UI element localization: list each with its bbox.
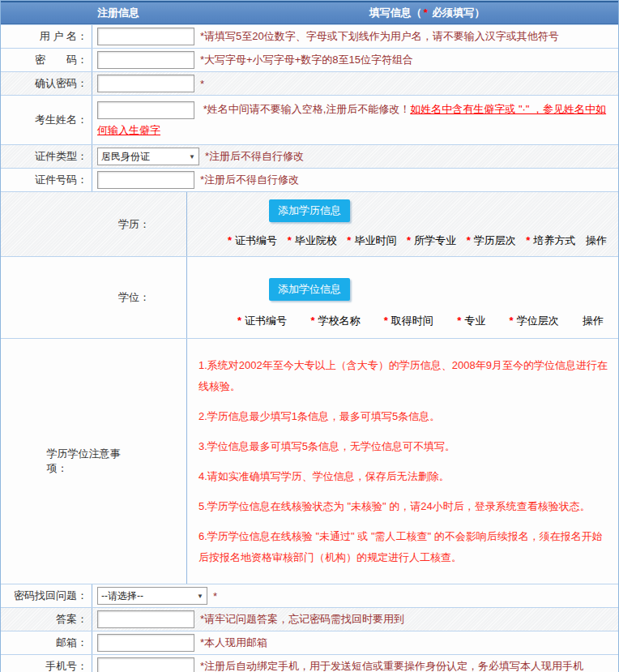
row-confirm-password: 确认密码： * — [1, 71, 618, 95]
column-header-label: 证书编号 — [235, 234, 277, 246]
column-header: *取得时间 — [384, 314, 433, 328]
recovery-question-content: --请选择-- ▼ * — [92, 584, 618, 607]
row-answer: 答案： *请牢记问题答案，忘记密码需找回时要用到 — [1, 607, 618, 631]
column-header: *学位层次 — [510, 314, 559, 328]
phone-label: 手机号： — [1, 655, 92, 672]
row-notes: 学历学位注意事项： 1.系统对2002年至今大专以上（含大专）的学历信息、200… — [1, 338, 618, 584]
username-hint: *请填写5至20位数字、字母或下划线作为用户名，请不要输入汉字或其他符号 — [200, 29, 559, 44]
education-table-header: *证书编号 *毕业院校 *毕业时间 *所学专业 *学历层次 *培养方式 操作 — [187, 222, 618, 256]
note-item: 1.系统对2002年至今大专以上（含大专）的学历信息、2008年9月至今的学位信… — [199, 355, 608, 397]
required-star: * — [424, 6, 428, 19]
note-item: 6.学历学位信息在线核验 "未通过" 或 "需人工核查" 的不会影响后续报名，须… — [199, 526, 608, 568]
confirm-password-hint: * — [200, 78, 204, 90]
column-header: *证书编号 — [237, 314, 287, 328]
phone-input[interactable] — [97, 657, 194, 672]
id-type-content: 居民身份证 ▼ *注册后不得自行修改 — [92, 145, 618, 168]
notes-content: 1.系统对2002年至今大专以上（含大专）的学历信息、2008年9月至今的学位信… — [187, 339, 618, 584]
header-right-post: 必须填写） — [429, 6, 485, 19]
candidate-name-hint: *姓名中间请不要输入空格,注册后不能修改！ — [203, 103, 411, 115]
phone-content: *注册后自动绑定手机，用于发送短信或重要操作身份认定，务必填写本人现用手机 — [92, 655, 618, 672]
id-type-selected-value: 居民身份证 — [101, 150, 150, 164]
id-number-hint: *注册后不得自行修改 — [200, 173, 299, 187]
answer-content: *请牢记问题答案，忘记密码需找回时要用到 — [92, 608, 618, 631]
username-content: *请填写5至20位数字、字母或下划线作为用户名，请不要输入汉字或其他符号 — [92, 25, 618, 48]
password-input[interactable] — [97, 51, 194, 69]
column-header: *毕业时间 — [347, 233, 396, 248]
row-degree: 学位： 添加学位信息 *证书编号 *学校名称 *取得时间 *专业 *学位层次 操… — [1, 256, 618, 338]
password-hint: *大写字母+小写字母+数字的8至15位字符组合 — [200, 53, 413, 67]
confirm-password-input[interactable] — [97, 75, 194, 92]
recovery-question-selected-value: --请选择-- — [101, 589, 143, 603]
column-header-label: 毕业院校 — [295, 234, 337, 246]
column-header-label: 学位层次 — [517, 315, 559, 327]
answer-hint: *请牢记问题答案，忘记密码需找回时要用到 — [200, 612, 404, 627]
required-star: * — [457, 315, 461, 327]
row-email: 邮箱： *本人现用邮箱 — [1, 631, 618, 654]
form-header: 注册信息 填写信息（* 必须填写） — [1, 1, 618, 24]
required-star: * — [526, 234, 530, 246]
column-header-label: 培养方式 — [533, 234, 575, 246]
required-star: * — [237, 315, 241, 327]
column-header-label: 取得时间 — [391, 315, 433, 327]
header-right-pre: 填写信息（ — [369, 6, 422, 19]
column-header: *学历层次 — [467, 233, 516, 248]
add-education-button[interactable]: 添加学历信息 — [269, 199, 350, 222]
row-id-type: 证件类型： 居民身份证 ▼ *注册后不得自行修改 — [1, 144, 618, 168]
row-password: 密 码： *大写字母+小写字母+数字的8至15位字符组合 — [1, 48, 618, 71]
recovery-question-hint: * — [213, 590, 217, 602]
column-header-label: 学校名称 — [318, 315, 360, 327]
education-content: 添加学历信息 *证书编号 *毕业院校 *毕业时间 *所学专业 *学历层次 *培养… — [187, 192, 618, 256]
column-header: *专业 — [457, 314, 485, 328]
column-header: *学校名称 — [310, 314, 360, 328]
required-star: * — [510, 315, 514, 327]
required-star: * — [384, 315, 388, 327]
candidate-name-input[interactable] — [97, 101, 194, 119]
required-star: * — [407, 234, 411, 246]
note-item: 5.学历学位信息在线核验状态为 "未核验" 的，请24小时后，登录系统查看核验状… — [199, 496, 608, 517]
column-header-label: 毕业时间 — [354, 234, 396, 246]
row-recovery-question: 密码找回问题： --请选择-- ▼ * — [1, 584, 618, 607]
confirm-password-label: 确认密码： — [1, 72, 92, 95]
answer-input[interactable] — [97, 610, 194, 628]
column-header-label: 专业 — [464, 315, 485, 327]
row-education: 学历： 添加学历信息 *证书编号 *毕业院校 *毕业时间 *所学专业 *学历层次… — [1, 191, 618, 256]
recovery-question-label: 密码找回问题： — [1, 584, 92, 607]
education-label: 学历： — [1, 192, 187, 256]
email-input[interactable] — [97, 634, 194, 652]
id-number-label: 证件号码： — [1, 169, 92, 191]
degree-table-header: *证书编号 *学校名称 *取得时间 *专业 *学位层次 操作 — [187, 301, 618, 338]
notes-label-text: 学历学位注意事项： — [47, 447, 126, 476]
id-number-input[interactable] — [97, 171, 194, 189]
add-degree-button[interactable]: 添加学位信息 — [269, 278, 350, 301]
add-degree-wrap: 添加学位信息 — [187, 257, 432, 301]
required-star: * — [310, 315, 314, 327]
candidate-name-label: 考生姓名： — [1, 96, 92, 144]
id-type-hint: *注册后不得自行修改 — [205, 149, 304, 164]
degree-content: 添加学位信息 *证书编号 *学校名称 *取得时间 *专业 *学位层次 操作 — [187, 257, 618, 338]
confirm-password-content: * — [92, 72, 618, 95]
email-content: *本人现用邮箱 — [92, 631, 618, 654]
column-header-label: 学历层次 — [474, 234, 516, 246]
row-candidate-name: 考生姓名： *姓名中间请不要输入空格,注册后不能修改！如姓名中含有生僻字或 "·… — [1, 95, 618, 144]
email-label: 邮箱： — [1, 631, 92, 654]
recovery-question-select[interactable]: --请选择-- ▼ — [97, 587, 207, 605]
note-item: 4.请如实准确填写学历、学位信息，保存后无法删除。 — [199, 466, 608, 487]
required-star: * — [288, 234, 292, 246]
add-education-wrap: 添加学历信息 — [187, 192, 432, 222]
column-header: *毕业院校 — [288, 233, 337, 248]
degree-label: 学位： — [1, 257, 187, 338]
header-title-left: 注册信息 — [1, 6, 236, 20]
username-input[interactable] — [97, 28, 194, 45]
notes-label: 学历学位注意事项： — [1, 339, 187, 584]
column-header-label: 证书编号 — [245, 315, 287, 327]
row-phone: 手机号： *注册后自动绑定手机，用于发送短信或重要操作身份认定，务必填写本人现用… — [1, 654, 618, 672]
column-header-action: 操作 — [583, 314, 604, 328]
id-number-content: *注册后不得自行修改 — [92, 169, 618, 191]
note-item: 2.学历信息最少填写1条信息，最多可填写5条信息。 — [199, 406, 608, 427]
id-type-select[interactable]: 居民身份证 ▼ — [97, 148, 199, 165]
email-hint: *本人现用邮箱 — [200, 636, 267, 650]
candidate-name-content: *姓名中间请不要输入空格,注册后不能修改！如姓名中含有生僻字或 "·" ，参见姓… — [92, 96, 618, 144]
header-title-right: 填写信息（* 必须填写） — [236, 6, 618, 20]
required-star: * — [467, 234, 471, 246]
username-label: 用 户 名： — [1, 25, 92, 48]
